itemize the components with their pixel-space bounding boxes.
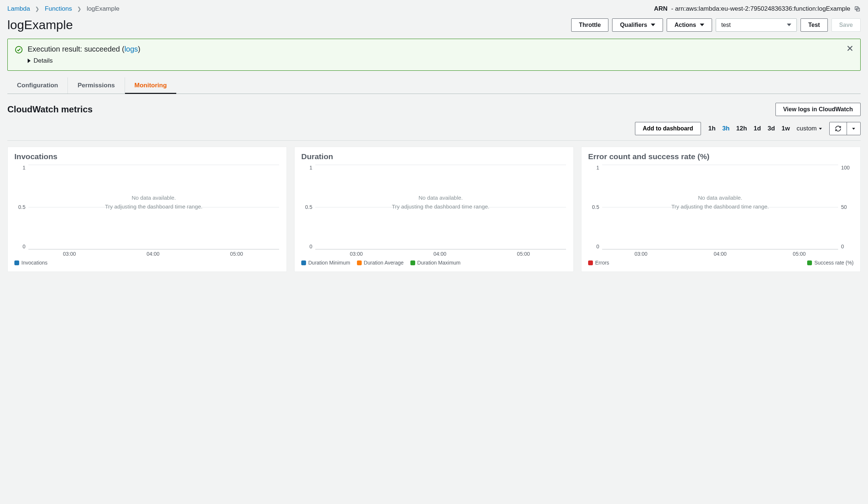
y-axis-tick: 0.5 [590,204,599,210]
time-range-3h[interactable]: 3h [722,125,730,132]
chevron-right-icon: ❯ [35,6,39,12]
action-toolbar: Throttle Qualifiers Actions test Test Sa… [571,18,861,32]
save-button: Save [831,18,861,32]
y-axis-tick: 1 [590,165,599,171]
refresh-dropdown[interactable] [847,122,860,135]
y-axis-tick: 1 [17,165,25,171]
chevron-right-icon: ❯ [77,6,81,12]
x-axis-tick: 05:00 [517,251,530,257]
chart-title: Error count and success rate (%) [588,152,854,161]
add-to-dashboard-button[interactable]: Add to dashboard [635,122,701,135]
view-logs-cloudwatch-button[interactable]: View logs in CloudWatch [775,103,861,116]
y-axis-tick: 0 [590,244,599,249]
legend-label: Duration Average [364,260,404,266]
close-icon[interactable]: ✕ [846,44,854,53]
arn-label: ARN [654,5,667,13]
y-axis-tick-right: 100 [841,165,851,171]
time-range-1h[interactable]: 1h [708,125,716,132]
x-axis-tick: 03:00 [63,251,76,257]
time-range-1d[interactable]: 1d [754,125,761,132]
chart-title: Duration [301,152,567,161]
no-data-message: No data available.Try adjusting the dash… [315,193,566,211]
legend-item: Duration Minimum [301,260,350,266]
caret-down-icon [700,24,704,26]
alert-details-toggle[interactable]: Details [28,57,853,64]
gridline [315,249,566,249]
legend-swatch [14,260,19,265]
throttle-button[interactable]: Throttle [571,18,609,32]
test-event-select[interactable]: test [716,18,797,32]
y-axis-tick: 0 [17,244,25,249]
legend-label: Duration Minimum [308,260,350,266]
time-range-custom[interactable]: custom [796,125,822,132]
no-data-message: No data available.Try adjusting the dash… [28,193,279,211]
refresh-icon [835,125,841,132]
refresh-button-group [829,122,861,135]
x-axis-tick: 05:00 [230,251,243,257]
qualifiers-dropdown[interactable]: Qualifiers [612,18,663,32]
arn-display: ARN - arn:aws:lambda:eu-west-2:795024836… [654,5,861,13]
gridline [602,165,838,165]
breadcrumb: Lambda ❯ Functions ❯ logExample [7,5,119,13]
x-axis-tick: 03:00 [635,251,647,257]
breadcrumb-functions[interactable]: Functions [45,5,72,13]
breadcrumb-lambda[interactable]: Lambda [7,5,30,13]
chart-legend: Duration MinimumDuration AverageDuration… [301,260,567,266]
tabs: Configuration Permissions Monitoring [7,77,861,94]
legend-label: Duration Maximum [417,260,461,266]
actions-dropdown[interactable]: Actions [667,18,712,32]
chart-legend: Invocations [14,260,280,266]
y-axis-tick: 0 [303,244,312,249]
y-axis-tick: 0.5 [303,204,312,210]
time-range-12h[interactable]: 12h [736,125,747,132]
legend-item: Errors [588,260,609,266]
legend-item: Duration Maximum [410,260,461,266]
success-check-icon [15,46,22,53]
time-range-1w[interactable]: 1w [782,125,790,132]
legend-item: Duration Average [357,260,404,266]
logs-link[interactable]: logs [124,45,138,53]
alert-title: Execution result: succeeded (logs) [28,45,853,53]
chart-card: Invocations10.50No data available.Try ad… [7,147,287,272]
page-title: logExample [7,18,73,32]
arn-value: - arn:aws:lambda:eu-west-2:795024836336:… [671,5,850,13]
metrics-section-title: CloudWatch metrics [7,104,93,115]
chart-title: Invocations [14,152,280,161]
legend-label: Success rate (%) [814,260,854,266]
caret-down-icon [852,128,855,130]
legend-swatch [807,260,812,265]
caret-down-icon [787,24,791,26]
y-axis-tick: 0.5 [17,204,25,210]
chart-card: Duration10.50No data available.Try adjus… [294,147,574,272]
tab-permissions[interactable]: Permissions [68,77,125,94]
test-button[interactable]: Test [801,18,828,32]
refresh-button[interactable] [830,122,847,135]
x-axis-tick: 04:00 [714,251,726,257]
legend-swatch [301,260,306,265]
breadcrumb-current: logExample [87,5,119,13]
chart-area: 10.50No data available.Try adjusting the… [14,165,280,249]
tab-monitoring[interactable]: Monitoring [125,77,177,94]
triangle-right-icon [28,59,31,63]
caret-down-icon [651,24,655,26]
legend-item: Success rate (%) [807,260,854,266]
x-axis-tick: 03:00 [350,251,363,257]
chart-legend: ErrorsSuccess rate (%) [588,260,854,266]
x-axis-tick: 04:00 [146,251,159,257]
y-axis-tick-right: 0 [841,244,851,249]
legend-swatch [357,260,362,265]
caret-down-icon [819,128,822,130]
gridline [28,249,279,249]
legend-swatch [588,260,593,265]
gridline [28,165,279,165]
legend-item: Invocations [14,260,48,266]
tab-configuration[interactable]: Configuration [7,77,68,94]
time-range-picker: 1h 3h 12h 1d 3d 1w custom [708,125,822,132]
y-axis-tick-right: 50 [841,204,851,210]
time-range-3d[interactable]: 3d [768,125,775,132]
chart-card: Error count and success rate (%)10.50No … [581,147,861,272]
no-data-message: No data available.Try adjusting the dash… [602,193,838,211]
gridline [315,165,566,165]
copy-icon[interactable] [854,6,861,12]
legend-label: Errors [595,260,609,266]
